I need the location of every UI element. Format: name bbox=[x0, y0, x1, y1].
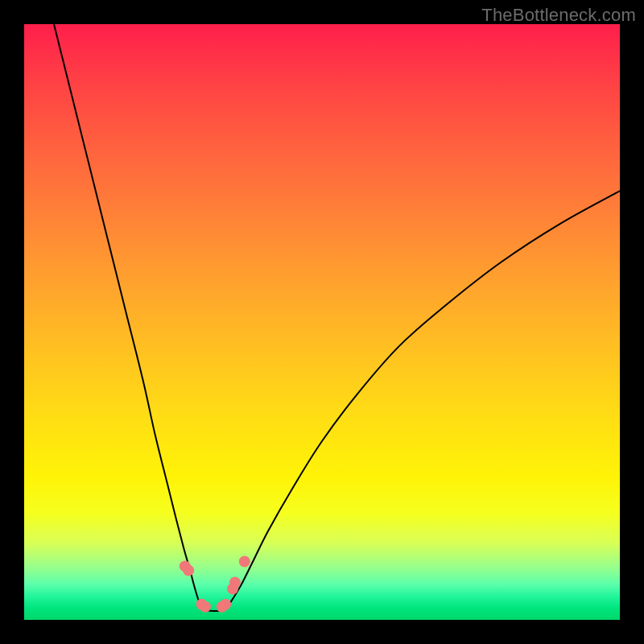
chart-svg bbox=[24, 24, 620, 620]
watermark-text: TheBottleneck.com bbox=[481, 5, 636, 26]
curve-right-branch bbox=[227, 191, 620, 608]
data-marker bbox=[200, 601, 211, 613]
data-marker bbox=[239, 555, 250, 567]
data-marker bbox=[220, 599, 231, 610]
curve-left-branch bbox=[54, 24, 202, 608]
data-marker bbox=[183, 565, 194, 576]
data-markers bbox=[180, 555, 250, 612]
plot-area bbox=[24, 24, 620, 620]
data-marker bbox=[229, 576, 241, 588]
chart-frame: TheBottleneck.com bbox=[0, 0, 644, 644]
